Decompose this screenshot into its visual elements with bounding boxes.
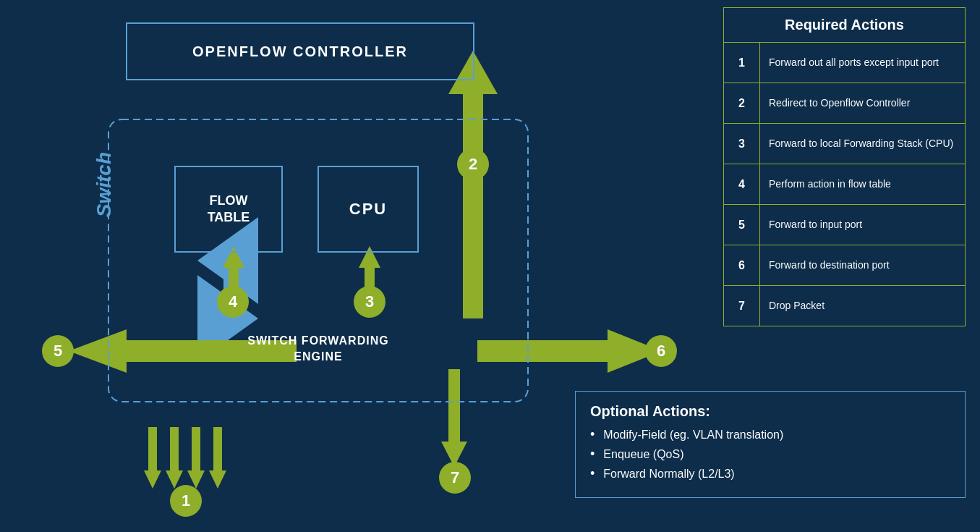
svg-marker-14: [148, 427, 157, 470]
cpu-label: CPU: [349, 200, 387, 219]
badge-7: 7: [439, 462, 471, 494]
badge-5: 5: [42, 335, 74, 367]
badge-6: 6: [645, 335, 677, 367]
svg-rect-5: [463, 311, 483, 318]
badge-1: 1: [170, 485, 202, 517]
controller-label: OPENFLOW CONTROLLER: [192, 43, 408, 60]
action-text: Forward to local Forwarding Stack (CPU): [760, 124, 965, 164]
table-row: 1 Forward out all ports except input por…: [724, 43, 965, 83]
table-row: 2 Redirect to Openflow Controller: [724, 83, 965, 124]
action-text: Perform action in flow table: [760, 164, 965, 204]
table-row: 5 Forward to input port: [724, 205, 965, 245]
optional-actions-title: Optional Actions:: [590, 403, 950, 420]
bullet-icon: •: [590, 447, 595, 462]
badge-4: 4: [217, 286, 249, 318]
svg-marker-11: [69, 329, 127, 373]
badge-2: 2: [457, 148, 489, 180]
flow-table-label: FLOWTABLE: [208, 193, 250, 227]
cpu-box: CPU: [318, 166, 418, 252]
svg-marker-20: [213, 427, 222, 470]
action-text: Redirect to Openflow Controller: [760, 83, 965, 123]
action-number: 2: [724, 83, 760, 123]
action-text: Forward to input port: [760, 205, 965, 245]
action-number: 1: [724, 43, 760, 83]
required-actions-table: Required Actions 1 Forward out all ports…: [723, 7, 966, 326]
svg-marker-15: [144, 470, 161, 489]
svg-marker-3: [463, 94, 483, 311]
action-number: 4: [724, 164, 760, 204]
optional-actions-box: Optional Actions: •Modify-Field (eg. VLA…: [575, 391, 966, 498]
action-text: Drop Packet: [760, 286, 965, 326]
action-number: 7: [724, 286, 760, 326]
controller-box: OPENFLOW CONTROLLER: [127, 23, 474, 80]
required-actions-title: Required Actions: [724, 8, 965, 43]
table-row: 4 Perform action in flow table: [724, 164, 965, 205]
bullet-icon: •: [590, 427, 595, 442]
bullet-icon: •: [590, 466, 595, 481]
svg-marker-18: [192, 427, 200, 470]
sfe-label: SWITCH FORWARDINGENGINE: [174, 333, 463, 366]
action-number: 5: [724, 205, 760, 245]
diagram-svg: [14, 7, 665, 525]
action-number: 6: [724, 245, 760, 285]
diagram-area: OPENFLOW CONTROLLER Switch FLOWTABLE CPU…: [14, 7, 665, 525]
svg-marker-16: [170, 427, 179, 470]
list-item: •Forward Normally (L2/L3): [590, 466, 950, 481]
list-item: •Enqueue (QoS): [590, 447, 950, 462]
table-row: 6 Forward to destination port: [724, 245, 965, 286]
svg-marker-22: [448, 369, 460, 442]
badge-3: 3: [354, 286, 385, 318]
table-row: 3 Forward to local Forwarding Stack (CPU…: [724, 124, 965, 164]
action-text: Forward to destination port: [760, 245, 965, 285]
svg-marker-12: [477, 340, 608, 362]
table-row: 7 Drop Packet: [724, 286, 965, 326]
switch-label: Switch: [93, 152, 116, 217]
action-text: Forward out all ports except input port: [760, 43, 965, 83]
svg-marker-21: [209, 470, 226, 489]
flow-table-box: FLOWTABLE: [175, 166, 282, 252]
action-number: 3: [724, 124, 760, 164]
list-item: •Modify-Field (eg. VLAN translation): [590, 427, 950, 442]
